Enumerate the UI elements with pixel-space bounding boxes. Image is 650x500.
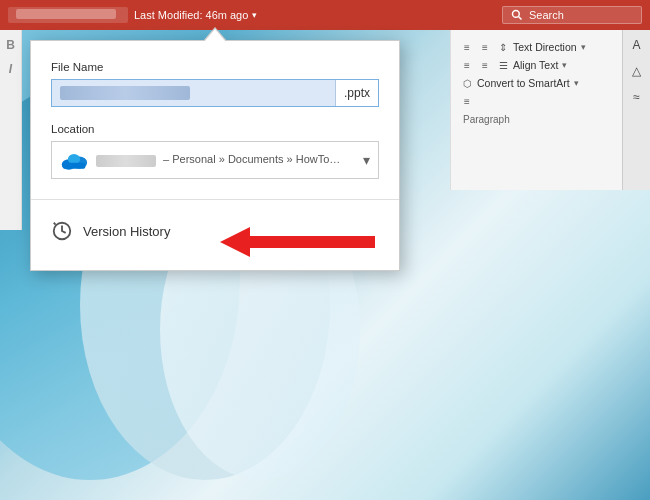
svg-point-0 <box>513 11 520 18</box>
title-bar: Last Modified: 46m ago ▾ Search <box>0 0 650 30</box>
version-history-icon <box>51 220 73 242</box>
left-b-label: B <box>6 38 15 52</box>
right-icon-a[interactable]: A <box>627 36 647 54</box>
smartart-icon: ⬡ <box>459 76 475 90</box>
search-label: Search <box>529 9 564 21</box>
left-strip: B I <box>0 30 22 230</box>
location-label: Location <box>51 123 379 135</box>
filename-input[interactable]: .pptx <box>51 79 379 107</box>
svg-line-1 <box>519 17 522 20</box>
ribbon-panel: ≡ ≡ ⇕ Text Direction ▾ ≡ ≡ ☰ Align Text … <box>450 30 650 190</box>
ribbon-smartart-row: ⬡ Convert to SmartArt ▾ <box>455 74 646 92</box>
wave-icon: ≈ <box>633 90 640 104</box>
title-bar-modified[interactable]: Last Modified: 46m ago ▾ <box>134 9 257 21</box>
ribbon-align-row: ≡ ≡ ☰ Align Text ▾ <box>455 56 646 74</box>
right-icon-column: A △ ≈ <box>622 30 650 190</box>
title-bar-left: Last Modified: 46m ago ▾ <box>8 7 502 23</box>
convert-smartart-dropdown[interactable]: ▾ <box>574 78 579 88</box>
location-path: – Personal » Documents » HowTo… <box>163 153 340 165</box>
ribbon-bottom-row: ≡ <box>455 92 646 110</box>
modified-dropdown-arrow: ▾ <box>252 10 257 20</box>
convert-smartart-label[interactable]: Convert to SmartArt <box>477 77 570 89</box>
left-i-label: I <box>9 62 12 76</box>
file-name-label: File Name <box>51 61 379 73</box>
align-icon-2: ≡ <box>477 58 493 72</box>
location-dropdown-arrow[interactable]: ▾ <box>363 152 370 168</box>
list-icon-3: ⇕ <box>495 40 511 54</box>
title-bar-filename <box>8 7 128 23</box>
list-icon-1: ≡ <box>459 40 475 54</box>
location-text: – Personal » Documents » HowTo… <box>96 153 355 166</box>
search-icon <box>511 9 523 21</box>
align-icon: ≡ <box>459 58 475 72</box>
red-arrow-indicator <box>220 222 380 266</box>
paragraph-section: Paragraph ⌐ <box>455 110 646 127</box>
filename-text <box>52 80 335 106</box>
search-box[interactable]: Search <box>502 6 642 24</box>
right-icon-triangle[interactable]: △ <box>627 62 647 80</box>
onedrive-icon <box>60 150 88 170</box>
indent-icon: ≡ <box>459 94 475 108</box>
text-direction-label[interactable]: Text Direction <box>513 41 577 53</box>
align-text-dropdown[interactable]: ▾ <box>562 60 567 70</box>
filename-extension: .pptx <box>335 80 378 106</box>
a-icon: A <box>632 38 640 52</box>
align-text-label[interactable]: Align Text <box>513 59 558 71</box>
paragraph-label: Paragraph <box>463 114 510 125</box>
svg-marker-7 <box>220 227 375 257</box>
right-icon-wave[interactable]: ≈ <box>627 88 647 106</box>
triangle-icon: △ <box>632 64 641 78</box>
ribbon-list-row: ≡ ≡ ⇕ Text Direction ▾ <box>455 38 646 56</box>
location-box[interactable]: – Personal » Documents » HowTo… ▾ <box>51 141 379 179</box>
text-direction-dropdown[interactable]: ▾ <box>581 42 586 52</box>
filename-blurred <box>60 86 190 100</box>
version-history-label: Version History <box>83 224 170 239</box>
location-blurred <box>96 155 156 167</box>
modified-text: Last Modified: 46m ago <box>134 9 248 21</box>
arrow-svg <box>220 222 380 262</box>
svg-rect-5 <box>63 163 86 169</box>
list-icon-2: ≡ <box>477 40 493 54</box>
align-text-icon: ☰ <box>495 58 511 72</box>
dialog-divider <box>31 199 399 200</box>
